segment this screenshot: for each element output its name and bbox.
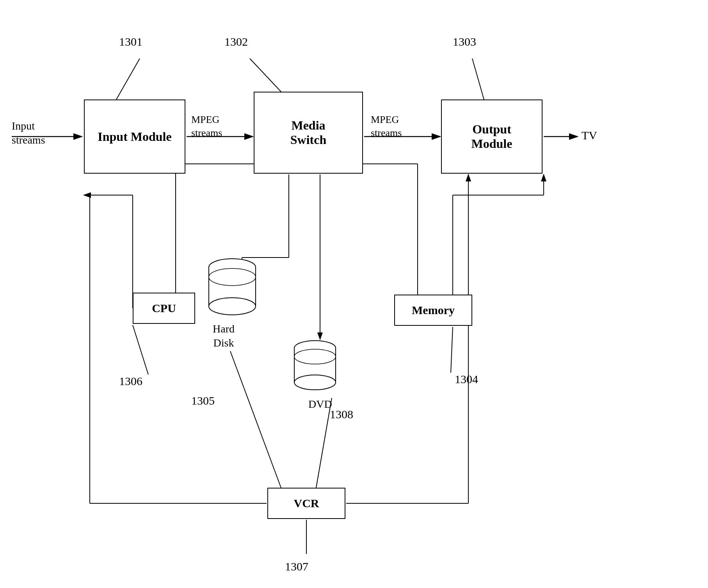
svg-point-43 (294, 349, 336, 364)
ref-1302: 1302 (224, 35, 248, 48)
ref-1303: 1303 (453, 35, 476, 48)
ref-1304: 1304 (455, 373, 478, 386)
media-switch-label: MediaSwitch (290, 118, 326, 147)
svg-line-13 (133, 325, 148, 375)
input-module-label: Input Module (98, 130, 171, 144)
svg-rect-39 (294, 348, 336, 382)
cpu-label: CPU (152, 302, 176, 315)
svg-line-16 (451, 327, 453, 373)
svg-rect-33 (209, 267, 256, 306)
ref-1305: 1305 (191, 394, 215, 407)
hard-disk-icon (207, 258, 258, 318)
input-module-box: Input Module (84, 99, 185, 174)
svg-point-38 (294, 341, 336, 355)
svg-line-21 (316, 398, 332, 488)
memory-box: Memory (394, 295, 472, 326)
dvd-icon (293, 339, 338, 394)
mpeg-streams-2-label: MPEGstreams (371, 113, 402, 140)
svg-point-32 (209, 259, 256, 276)
svg-point-42 (294, 375, 336, 390)
ref-1307: 1307 (285, 560, 308, 573)
ref-1301: 1301 (119, 35, 142, 48)
output-module-box: OutputModule (441, 99, 543, 174)
output-module-label: OutputModule (471, 122, 512, 151)
svg-line-20 (230, 351, 281, 488)
ref-1306: 1306 (119, 375, 142, 388)
hard-disk-label: HardDisk (213, 322, 235, 350)
cpu-box: CPU (133, 293, 195, 324)
mpeg-streams-1-label: MPEGstreams (191, 113, 222, 140)
svg-point-37 (209, 268, 256, 286)
vcr-label: VCR (294, 497, 319, 510)
svg-line-3 (250, 59, 281, 92)
ref-1308: 1308 (330, 408, 353, 421)
tv-label: TV (582, 129, 597, 142)
svg-line-4 (472, 59, 484, 99)
svg-line-2 (116, 59, 140, 99)
svg-point-36 (209, 298, 256, 315)
media-switch-box: MediaSwitch (254, 92, 363, 174)
dvd-label: DVD (308, 398, 332, 410)
vcr-box: VCR (267, 488, 345, 519)
input-streams-label: Inputstreams (12, 119, 45, 147)
memory-label: Memory (412, 304, 455, 317)
